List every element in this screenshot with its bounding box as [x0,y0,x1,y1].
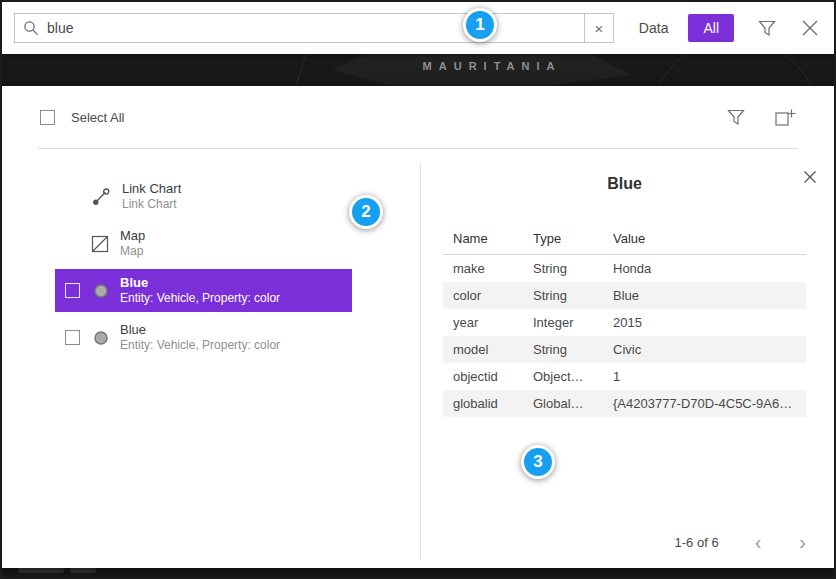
map-country-label: MAURITANIA [392,60,592,72]
search-input[interactable] [47,20,584,36]
map-attribution-placeholder [18,568,64,573]
filter-button[interactable] [758,20,776,37]
entity-circle-icon [93,330,109,346]
attribute-table-header: Name Type Value [443,223,806,255]
clear-search-button[interactable]: × [584,13,614,43]
close-detail-button[interactable] [802,169,818,185]
result-title: Blue [120,275,280,291]
table-row: make String Honda [443,255,806,282]
annotation-badge-1: 1 [463,8,497,42]
result-title: Map [120,228,145,244]
result-subtitle: Entity: Vehicle, Property: color [120,338,280,353]
result-subtitle: Link Chart [122,197,181,212]
column-header-name: Name [453,231,533,246]
previous-page-button[interactable]: ‹ [753,532,764,552]
add-to-selection-button[interactable] [775,108,796,127]
search-box: × [14,13,614,43]
results-header: Select All [2,86,834,148]
attr-name: year [453,315,533,330]
entity-circle-icon [93,283,109,299]
search-window: MAURITANIA × Data All [0,0,836,579]
result-title: Blue [120,322,280,338]
pagination-range-label: 1-6 of 6 [675,535,719,550]
attr-type: String [533,342,613,357]
attr-value: {A4203777-D70D-4C5C-9A65-C… [613,396,796,411]
attr-value: Civic [613,342,796,357]
attr-name: objectid [453,369,533,384]
annotation-badge-3: 3 [521,445,555,479]
link-chart-icon [91,187,111,207]
attr-value: Blue [613,288,796,303]
filter-results-button[interactable] [727,109,745,126]
table-row: model String Civic [443,336,806,363]
result-item-blue[interactable]: Blue Entity: Vehicle, Property: color [55,316,352,359]
attr-name: model [453,342,533,357]
attr-name: color [453,288,533,303]
results-panel: Select All [2,86,834,568]
attr-type: Integer [533,315,613,330]
result-checkbox[interactable] [65,330,80,345]
result-subtitle: Map [120,244,145,259]
detail-pane: Blue Name Type Value make String [421,149,834,568]
search-icon [15,20,47,36]
attr-type: String [533,261,613,276]
result-subtitle: Entity: Vehicle, Property: color [120,291,280,306]
attr-value: 1 [613,369,796,384]
column-header-type: Type [533,231,613,246]
attr-name: make [453,261,533,276]
detail-title: Blue [443,175,806,193]
result-item-map[interactable]: Map Map [55,222,352,265]
next-page-button[interactable]: › [797,532,808,552]
result-title: Link Chart [122,181,181,197]
select-all-label[interactable]: Select All [71,110,124,125]
table-row: objectid Object… 1 [443,363,806,390]
attr-type: Object… [533,369,613,384]
attr-name: globalid [453,396,533,411]
table-row: year Integer 2015 [443,309,806,336]
result-checkbox[interactable] [65,283,80,298]
attr-type: String [533,288,613,303]
map-attribution-placeholder [70,568,96,573]
annotation-badge-2: 2 [349,195,383,229]
result-item-blue-selected[interactable]: Blue Entity: Vehicle, Property: color [55,269,352,312]
attr-type: Global… [533,396,613,411]
search-bar: × Data All [2,2,834,54]
results-body: Link Chart Link Chart Map Map [2,149,834,568]
map-icon [91,235,109,253]
close-search-button[interactable] [798,16,822,40]
pagination: 1-6 of 6 ‹ › [675,532,808,552]
attr-value: Honda [613,261,796,276]
column-header-value: Value [613,231,796,246]
attribute-table: Name Type Value make String Honda color … [443,223,806,417]
attr-value: 2015 [613,315,796,330]
table-row: color String Blue [443,282,806,309]
result-item-link-chart[interactable]: Link Chart Link Chart [55,175,352,218]
select-all-checkbox[interactable] [40,110,55,125]
data-toggle-button[interactable]: Data [629,14,679,42]
all-toggle-button[interactable]: All [688,14,734,42]
table-row: globalid Global… {A4203777-D70D-4C5C-9A6… [443,390,806,417]
search-scope-toggle: Data All [629,14,734,42]
